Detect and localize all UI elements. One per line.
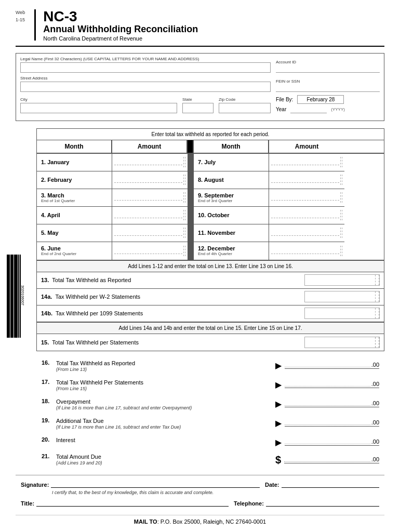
certify-text: I certify that, to the best of my knowle… [52, 490, 379, 495]
amount-input-4[interactable] [114, 212, 182, 218]
add-lines-14-instruction: Add Lines 14a and 14b and enter the tota… [37, 322, 384, 334]
amount-cell-5 [112, 224, 188, 242]
zip-input[interactable] [219, 103, 271, 113]
amount-input-2[interactable] [114, 177, 182, 183]
fein-label: FEIN or SSN [276, 79, 380, 84]
summary-num-2: 14b. [41, 310, 52, 316]
form-title: Annual Withholding Reconciliation [43, 24, 198, 35]
department-name: North Carolina Department of Revenue [43, 35, 198, 42]
right-month-row-9: 9. SeptemberEnd of 3rd Quarter [194, 189, 344, 207]
lower-num-3: 19. [42, 417, 56, 423]
summary-num-0: 13. [41, 277, 49, 283]
right-amount-cell-12 [269, 242, 344, 260]
right-month-name-12: 12. December [198, 245, 264, 251]
right-month-sub-12: End of 4th Quarter [198, 251, 264, 256]
right-month-name-11: 11. November [198, 230, 264, 236]
summary-row-13: 13.Total Tax Withheld as Reported [37, 272, 384, 289]
line-15-input[interactable] [305, 338, 375, 346]
right-amount-input-11[interactable] [271, 230, 339, 236]
file-by-label: File By: [276, 97, 293, 102]
amount-input-1[interactable] [114, 159, 182, 165]
zip-label: Zip Code [219, 97, 271, 102]
svg-rect-9 [15, 255, 16, 338]
month-cell-4: 4. April [37, 207, 112, 224]
summary-input-2[interactable] [305, 310, 375, 317]
right-month-name-10: 10. October [198, 212, 264, 218]
arrow-0: ▶ [275, 361, 282, 370]
city-label: City [20, 97, 177, 102]
month-sub-6: End of 2nd Quarter [41, 251, 108, 256]
state-input[interactable] [182, 103, 214, 113]
svg-rect-11 [11, 255, 12, 338]
title-label: Title: [21, 500, 34, 507]
summary-input-0[interactable] [305, 276, 375, 284]
mail-to-address: : P.O. Box 25000, Raleigh, NC 27640-0001 [157, 518, 266, 525]
right-amount-input-8[interactable] [271, 177, 339, 183]
year-input[interactable] [290, 106, 327, 113]
lower-num-4: 20. [42, 436, 56, 443]
account-id-label: Account ID [276, 60, 380, 64]
month-name-2: 2. February [41, 177, 108, 183]
legal-name-input[interactable] [20, 62, 271, 73]
dollar-sign-5: $ [275, 454, 281, 466]
lower-label-1: Total Tax Withheld Per Statements [56, 379, 143, 385]
month-sub-3: End of 1st Quarter [41, 198, 108, 203]
lower-label-wrap-5: Total Amount Due(Add Lines 19 and 20) [56, 453, 275, 467]
svg-rect-6 [8, 255, 9, 338]
arrow-4: ▶ [275, 437, 282, 447]
city-input[interactable] [20, 103, 177, 113]
lower-label-0: Total Tax Withheld as Reported [56, 360, 135, 366]
street-input[interactable] [20, 82, 271, 92]
amount-input-5[interactable] [114, 230, 182, 236]
lower-label-wrap-3: Additional Tax Due(If Line 17 is more th… [56, 417, 275, 431]
lower-amount-3: .00 [371, 419, 379, 425]
month-name-5: 5. May [41, 230, 108, 236]
lower-sub-5: (Add Lines 19 and 20) [56, 460, 275, 467]
month-cell-6: 6. JuneEnd of 2nd Quarter [37, 242, 112, 260]
month-name-3: 3. March [41, 192, 108, 198]
lower-right-3: ▶.00 [275, 418, 379, 428]
right-month-name-8: 8. August [198, 177, 264, 183]
signature-line [51, 480, 260, 488]
month-name-4: 4. April [41, 212, 108, 218]
month-cell-5: 5. May [37, 224, 112, 242]
lower-num-5: 21. [42, 453, 56, 459]
amount-input-3[interactable] [114, 194, 182, 201]
lower-label-wrap-2: Overpayment(If Line 16 is more than Line… [56, 398, 275, 411]
lower-sub-2: (If Line 16 is more than Line 17, subtra… [56, 405, 275, 411]
lower-right-4: ▶.00 [275, 437, 379, 447]
lower-amount-2: .00 [371, 400, 379, 406]
right-month-row-11: 11. November [194, 224, 344, 242]
amount-cell-1 [112, 154, 188, 171]
right-amount-input-10[interactable] [271, 212, 339, 218]
fein-input[interactable] [276, 85, 380, 92]
telephone-line [266, 498, 379, 507]
lower-label-wrap-0: Total Tax Withheld as Reported(From Line… [56, 360, 275, 373]
svg-rect-7 [19, 255, 19, 338]
year-label: Year [276, 107, 286, 112]
date-label: Date: [265, 482, 279, 488]
amount-input-6[interactable] [114, 248, 182, 254]
add-lines-instruction: Add Lines 1-12 and enter the total on Li… [37, 260, 384, 272]
arrow-2: ▶ [275, 399, 282, 409]
summary-input-1[interactable] [305, 293, 375, 301]
svg-rect-2 [16, 255, 17, 338]
lower-right-1: ▶.00 [275, 380, 379, 390]
right-amount-input-9[interactable] [271, 194, 339, 201]
form-header: Web 1-15 NC-3 Annual Withholding Reconci… [16, 9, 384, 47]
account-id-input[interactable] [276, 65, 380, 73]
svg-rect-12 [9, 255, 10, 338]
main-form-section: Enter total tax withheld as reported for… [36, 128, 384, 468]
lower-label-wrap-4: Interest [56, 436, 275, 444]
right-amount-input-7[interactable] [271, 159, 339, 165]
form-number: NC-3 [43, 9, 198, 24]
lower-line-18: 18.Overpayment(If Line 16 is more than L… [42, 397, 379, 413]
signature-section: Signature: Date: I certify that, to the … [16, 475, 384, 510]
right-amount-input-12[interactable] [271, 248, 339, 254]
svg-rect-13 [7, 255, 8, 338]
right-amount-cell-9 [269, 189, 344, 206]
right-month-cell-11: 11. November [194, 224, 269, 242]
left-months: 1. January2. February3. MarchEnd of 1st … [37, 154, 188, 260]
right-amount-cell-8 [269, 171, 344, 189]
col-amount-1: Amount [112, 140, 188, 153]
